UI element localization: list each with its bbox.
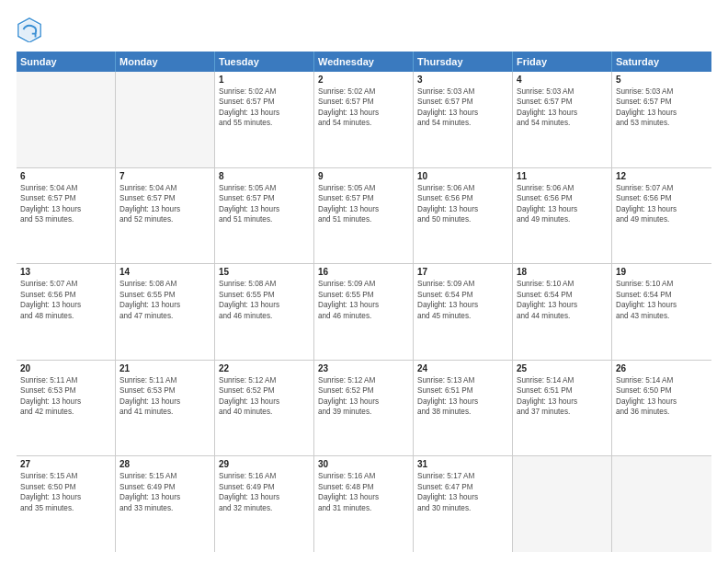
calendar-row-4: 27Sunrise: 5:15 AMSunset: 6:50 PMDayligh…: [17, 456, 711, 552]
cell-line: Sunset: 6:50 PM: [616, 385, 708, 396]
header-day-friday: Friday: [513, 52, 612, 72]
calendar-cell: 21Sunrise: 5:11 AMSunset: 6:53 PMDayligh…: [116, 361, 215, 456]
calendar-cell: 12Sunrise: 5:07 AMSunset: 6:56 PMDayligh…: [612, 168, 711, 264]
cell-line: Daylight: 13 hours: [318, 492, 409, 502]
calendar-cell: 27Sunrise: 5:15 AMSunset: 6:50 PMDayligh…: [17, 456, 116, 552]
cell-line: Daylight: 13 hours: [318, 108, 409, 118]
cell-line: Daylight: 13 hours: [119, 492, 210, 502]
cell-line: Daylight: 13 hours: [219, 204, 310, 214]
calendar-cell: 16Sunrise: 5:09 AMSunset: 6:55 PMDayligh…: [314, 264, 414, 360]
cell-line: Sunset: 6:49 PM: [219, 482, 310, 492]
cell-line: Sunrise: 5:12 AM: [318, 375, 409, 385]
calendar-cell: 2Sunrise: 5:02 AMSunset: 6:57 PMDaylight…: [314, 72, 414, 167]
cell-line: and 44 minutes.: [517, 311, 608, 321]
cell-line: and 37 minutes.: [517, 407, 608, 417]
calendar-cell: 4Sunrise: 5:03 AMSunset: 6:57 PMDaylight…: [513, 72, 612, 167]
cell-line: and 54 minutes.: [318, 118, 409, 128]
cell-line: Daylight: 13 hours: [616, 396, 708, 407]
cell-line: and 47 minutes.: [119, 311, 210, 321]
cell-line: Sunset: 6:52 PM: [318, 385, 409, 396]
header: [17, 17, 711, 42]
cell-line: Sunset: 6:48 PM: [318, 482, 409, 492]
cell-line: and 41 minutes.: [119, 407, 210, 417]
calendar-cell: [513, 456, 612, 552]
logo: [17, 17, 46, 42]
cell-line: Sunset: 6:57 PM: [20, 193, 111, 203]
day-number: 20: [20, 363, 111, 373]
cell-line: Daylight: 13 hours: [517, 108, 608, 118]
day-number: 31: [417, 459, 508, 469]
cell-line: Sunrise: 5:04 AM: [20, 183, 111, 193]
day-number: 13: [20, 267, 111, 277]
cell-line: Daylight: 13 hours: [20, 204, 111, 214]
cell-line: Sunset: 6:50 PM: [20, 482, 111, 492]
cell-line: Daylight: 13 hours: [517, 300, 608, 310]
cell-line: Sunrise: 5:08 AM: [219, 279, 310, 289]
cell-line: and 46 minutes.: [318, 311, 409, 321]
cell-line: and 35 minutes.: [20, 503, 111, 513]
cell-line: Daylight: 13 hours: [219, 300, 310, 310]
cell-line: and 45 minutes.: [417, 311, 508, 321]
day-number: 21: [119, 363, 210, 373]
day-number: 28: [119, 459, 210, 469]
day-number: 2: [318, 75, 409, 85]
cell-line: Sunrise: 5:11 AM: [20, 375, 111, 385]
calendar-cell: 24Sunrise: 5:13 AMSunset: 6:51 PMDayligh…: [414, 361, 513, 456]
cell-line: Sunset: 6:57 PM: [318, 193, 409, 203]
day-number: 12: [616, 171, 708, 181]
cell-line: and 42 minutes.: [20, 407, 111, 417]
calendar-cell: 20Sunrise: 5:11 AMSunset: 6:53 PMDayligh…: [17, 361, 116, 456]
cell-line: Sunrise: 5:10 AM: [616, 279, 708, 289]
cell-line: and 38 minutes.: [417, 407, 508, 417]
header-day-sunday: Sunday: [17, 52, 116, 72]
day-number: 3: [417, 75, 508, 85]
day-number: 27: [20, 459, 111, 469]
cell-line: and 54 minutes.: [517, 118, 608, 128]
cell-line: Sunrise: 5:09 AM: [318, 279, 409, 289]
cell-line: Sunrise: 5:10 AM: [517, 279, 608, 289]
day-number: 4: [517, 75, 608, 85]
cell-line: and 32 minutes.: [219, 503, 310, 513]
cell-line: Sunset: 6:54 PM: [616, 290, 708, 300]
day-number: 1: [219, 75, 310, 85]
cell-line: and 33 minutes.: [119, 503, 210, 513]
calendar-cell: 26Sunrise: 5:14 AMSunset: 6:50 PMDayligh…: [612, 361, 711, 456]
calendar-row-2: 13Sunrise: 5:07 AMSunset: 6:56 PMDayligh…: [17, 264, 711, 361]
day-number: 9: [318, 171, 409, 181]
calendar-cell: 7Sunrise: 5:04 AMSunset: 6:57 PMDaylight…: [116, 168, 215, 264]
cell-line: and 46 minutes.: [219, 311, 310, 321]
calendar-cell: 5Sunrise: 5:03 AMSunset: 6:57 PMDaylight…: [612, 72, 711, 167]
cell-line: Daylight: 13 hours: [119, 300, 210, 310]
cell-line: Sunset: 6:56 PM: [20, 290, 111, 300]
cell-line: Sunset: 6:47 PM: [417, 482, 508, 492]
cell-line: Sunset: 6:52 PM: [219, 385, 310, 396]
cell-line: Sunrise: 5:02 AM: [318, 86, 409, 97]
cell-line: Daylight: 13 hours: [20, 492, 111, 502]
cell-line: Sunset: 6:57 PM: [517, 97, 608, 107]
calendar-cell: [17, 72, 116, 167]
cell-line: Sunset: 6:55 PM: [219, 290, 310, 300]
calendar-body: 1Sunrise: 5:02 AMSunset: 6:57 PMDaylight…: [17, 72, 711, 552]
header-day-wednesday: Wednesday: [314, 52, 414, 72]
cell-line: Daylight: 13 hours: [517, 204, 608, 214]
cell-line: Sunset: 6:55 PM: [119, 290, 210, 300]
cell-line: Sunrise: 5:11 AM: [119, 375, 210, 385]
cell-line: Daylight: 13 hours: [616, 204, 708, 214]
page: SundayMondayTuesdayWednesdayThursdayFrid…: [0, 0, 728, 563]
calendar-cell: 13Sunrise: 5:07 AMSunset: 6:56 PMDayligh…: [17, 264, 116, 360]
cell-line: Sunrise: 5:09 AM: [417, 279, 508, 289]
day-number: 8: [219, 171, 310, 181]
cell-line: Sunset: 6:57 PM: [219, 193, 310, 203]
cell-line: and 51 minutes.: [318, 214, 409, 224]
cell-line: and 30 minutes.: [417, 503, 508, 513]
calendar-cell: 15Sunrise: 5:08 AMSunset: 6:55 PMDayligh…: [215, 264, 314, 360]
cell-line: Daylight: 13 hours: [318, 396, 409, 407]
cell-line: Sunset: 6:57 PM: [318, 97, 409, 107]
cell-line: Daylight: 13 hours: [219, 396, 310, 407]
cell-line: Daylight: 13 hours: [119, 204, 210, 214]
calendar-cell: 10Sunrise: 5:06 AMSunset: 6:56 PMDayligh…: [414, 168, 513, 264]
calendar-cell: 14Sunrise: 5:08 AMSunset: 6:55 PMDayligh…: [116, 264, 215, 360]
cell-line: Sunrise: 5:16 AM: [219, 471, 310, 481]
day-number: 24: [417, 363, 508, 373]
cell-line: Daylight: 13 hours: [219, 108, 310, 118]
